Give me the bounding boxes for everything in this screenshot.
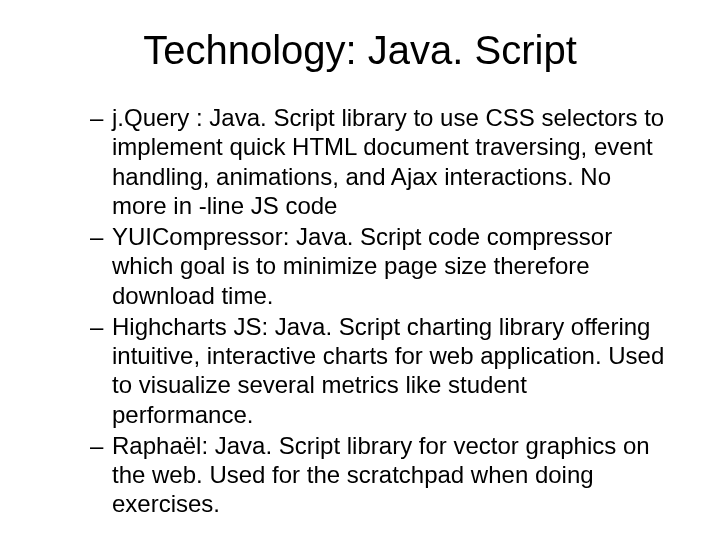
list-item: j.Query : Java. Script library to use CS… <box>90 103 670 220</box>
slide: Technology: Java. Script j.Query : Java.… <box>0 0 720 540</box>
list-item: Highcharts JS: Java. Script charting lib… <box>90 312 670 429</box>
list-item: YUICompressor: Java. Script code compres… <box>90 222 670 310</box>
bullet-list: j.Query : Java. Script library to use CS… <box>50 103 670 519</box>
slide-title: Technology: Java. Script <box>50 28 670 73</box>
list-item: Raphaël: Java. Script library for vector… <box>90 431 670 519</box>
